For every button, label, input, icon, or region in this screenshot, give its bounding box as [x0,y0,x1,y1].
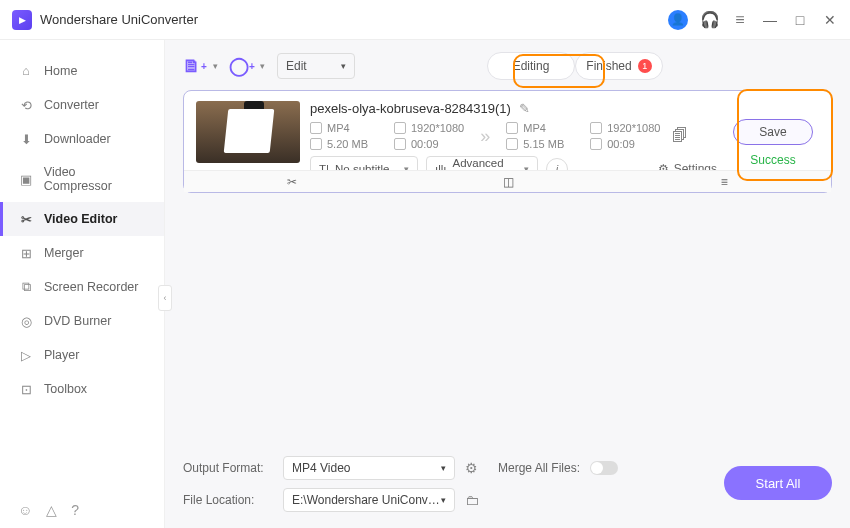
status-bar: ☺ △ ? [18,502,79,518]
save-button[interactable]: Save [733,119,813,145]
file-location-value: E:\Wondershare UniConverter [292,493,441,507]
output-settings-icon[interactable]: ⚙ [465,460,478,476]
add-url-icon[interactable]: ◯+ [230,54,254,78]
sidebar-item-recorder[interactable]: ⧉Screen Recorder [0,270,164,304]
target-duration: 00:09 [607,138,635,150]
tab-label: Editing [513,59,550,73]
source-meta: MP4 1920*1080 5.20 MB 00:09 [310,122,464,150]
sidebar-item-label: Player [44,348,79,362]
edit-dropdown[interactable]: Edit▾ [277,53,355,79]
target-format: MP4 [523,122,546,134]
editor-icon: ✂ [18,211,34,227]
chevron-down-icon[interactable]: ▾ [260,61,265,71]
sidebar-item-label: Downloader [44,132,111,146]
size-icon [310,138,322,150]
sidebar-item-compressor[interactable]: ▣Video Compressor [0,156,164,202]
status-text: Success [750,153,795,167]
sidebar-item-label: Toolbox [44,382,87,396]
save-label: Save [759,125,786,139]
converter-icon: ⟲ [18,97,34,113]
start-all-button[interactable]: Start All [724,466,832,500]
source-size: 5.20 MB [327,138,368,150]
sidebar: ⌂Home ⟲Converter ⬇Downloader ▣Video Comp… [0,40,165,528]
sidebar-item-toolbox[interactable]: ⊡Toolbox [0,372,164,406]
merge-toggle[interactable] [590,461,618,475]
chevron-down-icon: ▾ [441,495,446,505]
duration-icon [394,138,406,150]
file-location-dropdown[interactable]: E:\Wondershare UniConverter▾ [283,488,455,512]
chevron-down-icon: ▾ [341,61,346,71]
duration-icon [590,138,602,150]
add-file-icon[interactable]: 🗎+ [183,54,207,78]
app-logo-icon [12,10,32,30]
content-area: 🗎+▾ ◯+▾ Edit▾ Editing Finished1 ✂ ◫ ≡ pe… [165,40,850,528]
sidebar-item-editor[interactable]: ✂Video Editor [0,202,164,236]
sidebar-item-label: Converter [44,98,99,112]
sidebar-item-home[interactable]: ⌂Home [0,54,164,88]
output-format-label: Output Format: [183,461,273,475]
sidebar-item-label: Video Editor [44,212,117,226]
trim-icon[interactable]: ✂ [287,175,297,189]
source-format: MP4 [327,122,350,134]
minimize-button[interactable]: — [762,12,778,28]
close-button[interactable]: ✕ [822,12,838,28]
video-thumbnail[interactable] [196,101,300,163]
sidebar-item-player[interactable]: ▷Player [0,338,164,372]
menu-icon[interactable]: ≡ [732,12,748,28]
help-icon[interactable]: ? [71,502,79,518]
compress-icon: ▣ [18,171,34,187]
sidebar-item-label: Home [44,64,77,78]
sidebar-item-label: Screen Recorder [44,280,139,294]
merge-label: Merge All Files: [498,461,580,475]
file-card: ✂ ◫ ≡ pexels-olya-kobruseva-8284319(1) ✎… [183,90,832,193]
resolution-icon [394,122,406,134]
dvd-icon: ◎ [18,313,34,329]
file-location-label: File Location: [183,493,273,507]
format-icon [506,122,518,134]
more-icon[interactable]: ≡ [721,175,728,189]
output-format-value: MP4 Video [292,461,350,475]
chevron-down-icon: ▾ [441,463,446,473]
rename-icon[interactable]: ✎ [519,101,530,116]
tab-editing[interactable]: Editing [487,52,575,80]
start-all-label: Start All [756,476,801,491]
edit-label: Edit [286,59,307,73]
tab-label: Finished [586,59,631,73]
notification-icon[interactable]: △ [46,502,57,518]
merger-icon: ⊞ [18,245,34,261]
finished-badge: 1 [638,59,652,73]
sidebar-item-label: Video Compressor [44,165,146,193]
sidebar-item-label: Merger [44,246,84,260]
open-folder-icon[interactable]: 🗀 [465,492,479,508]
target-meta: MP4 1920*1080 5.15 MB 00:09 [506,122,660,150]
tab-finished[interactable]: Finished1 [575,52,663,80]
titlebar: Wondershare UniConverter 👤 🎧 ≡ — □ ✕ [0,0,850,40]
sidebar-item-converter[interactable]: ⟲Converter [0,88,164,122]
user-avatar-icon[interactable]: 👤 [668,10,688,30]
sidebar-item-dvd[interactable]: ◎DVD Burner [0,304,164,338]
sidebar-item-merger[interactable]: ⊞Merger [0,236,164,270]
home-icon: ⌂ [18,63,34,79]
sidebar-item-downloader[interactable]: ⬇Downloader [0,122,164,156]
chevron-down-icon[interactable]: ▾ [213,61,218,71]
crop-icon[interactable]: ◫ [503,175,514,189]
source-resolution: 1920*1080 [411,122,464,134]
format-icon [310,122,322,134]
target-resolution: 1920*1080 [607,122,660,134]
resolution-icon [590,122,602,134]
maximize-button[interactable]: □ [792,12,808,28]
preset-icon[interactable]: 🗐 [672,127,688,145]
size-icon [506,138,518,150]
player-icon: ▷ [18,347,34,363]
sidebar-item-label: DVD Burner [44,314,111,328]
source-duration: 00:09 [411,138,439,150]
file-name: pexels-olya-kobruseva-8284319(1) [310,101,511,116]
content-toolbar: 🗎+▾ ◯+▾ Edit▾ Editing Finished1 [183,52,832,90]
feedback-icon[interactable]: ☺ [18,502,32,518]
download-icon: ⬇ [18,131,34,147]
support-icon[interactable]: 🎧 [702,12,718,28]
thumb-toolbar: ✂ ◫ ≡ [184,170,831,192]
toolbox-icon: ⊡ [18,381,34,397]
target-size: 5.15 MB [523,138,564,150]
output-format-dropdown[interactable]: MP4 Video▾ [283,456,455,480]
